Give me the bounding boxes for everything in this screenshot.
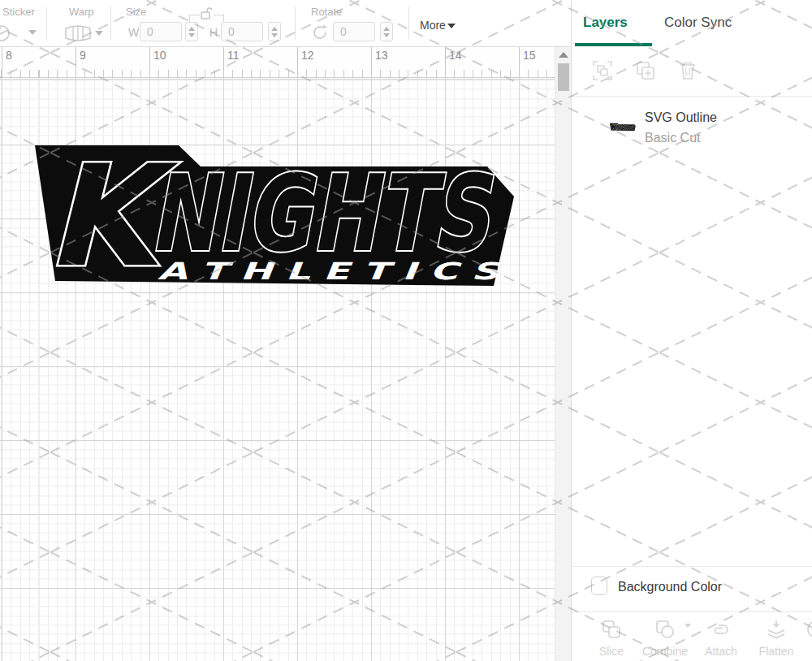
ruler-ticks: [0, 70, 555, 77]
toolbar-divider: [408, 6, 409, 41]
size-lock-bracket: [214, 15, 224, 22]
sticker-dropdown-caret-icon[interactable]: [28, 30, 37, 35]
layer-row-svg-outline[interactable]: K NIGHTS SVG Outline Basic Cut: [572, 107, 812, 153]
contour-icon-partial[interactable]: [806, 619, 812, 640]
lock-icon[interactable]: [200, 6, 213, 20]
height-axis-label: H: [209, 26, 218, 39]
combine-button[interactable]: Combine: [639, 612, 691, 658]
sticker-label: Sticker: [2, 6, 35, 18]
layer-cut-type: Basic Cut: [645, 131, 700, 145]
canvas-vertical-scrollbar[interactable]: [555, 47, 571, 661]
flatten-button[interactable]: Flatten: [750, 612, 802, 658]
toolbar-divider: [110, 6, 111, 41]
layer-name: SVG Outline: [645, 110, 717, 125]
rotate-label: Rotate: [311, 6, 342, 18]
horizontal-ruler: 8 9 10 11 12 13 14 15: [0, 47, 555, 78]
flatten-icon: [766, 619, 787, 640]
canvas-object-knights-logo[interactable]: K NIGHTS A T H L E T I C S: [34, 145, 517, 291]
more-button[interactable]: More: [420, 19, 446, 32]
attach-icon: [710, 619, 732, 640]
combine-icon: [654, 619, 676, 640]
offset-icon[interactable]: [0, 24, 11, 43]
scrollbar-thumb[interactable]: [558, 63, 569, 91]
layer-thumbnail: K NIGHTS: [610, 122, 636, 132]
combine-caret-icon[interactable]: [685, 624, 691, 628]
rotate-stepper[interactable]: [380, 22, 393, 41]
duplicate-icon[interactable]: [635, 60, 656, 81]
background-color-swatch[interactable]: [591, 577, 607, 595]
active-tab-underline: [575, 43, 652, 46]
width-axis-label: W: [128, 26, 139, 39]
rotate-icon[interactable]: [313, 24, 329, 41]
size-label: Size: [126, 6, 146, 18]
design-canvas[interactable]: K NIGHTS A T H L E T I C S: [0, 78, 555, 661]
design-app-window: Sticker Warp Size W H Rotate: [0, 0, 812, 661]
size-lock-bracket: [189, 15, 200, 22]
tab-color-sync[interactable]: Color Sync: [664, 15, 732, 31]
more-caret-icon[interactable]: [447, 24, 456, 28]
panel-divider: [572, 566, 812, 567]
warp-icon[interactable]: [64, 25, 92, 41]
slice-icon: [601, 619, 622, 640]
layer-tools-bar: Slice Combine Attach: [572, 611, 812, 661]
toolbar-divider: [295, 6, 296, 41]
tab-layers[interactable]: Layers: [583, 15, 628, 31]
trash-icon[interactable]: [677, 60, 698, 81]
svg-text:NIGHTS: NIGHTS: [616, 124, 635, 131]
warp-label: Warp: [69, 6, 94, 18]
scroll-up-arrow-icon[interactable]: [559, 52, 568, 58]
logo-word-athletics: A T H L E T I C S: [158, 257, 501, 285]
background-color-row[interactable]: Background Color: [572, 566, 812, 611]
width-stepper[interactable]: [185, 22, 198, 41]
background-color-label: Background Color: [618, 580, 722, 594]
warp-dropdown-caret-icon[interactable]: [95, 31, 103, 36]
group-icon[interactable]: [592, 60, 613, 81]
knights-logo-svg: K NIGHTS A T H L E T I C S: [34, 145, 517, 291]
height-input[interactable]: [221, 22, 263, 41]
layers-panel: Layers Color Sync K: [571, 0, 812, 661]
panel-divider: [572, 96, 812, 97]
height-stepper[interactable]: [268, 22, 281, 41]
slice-button[interactable]: Slice: [585, 612, 637, 658]
rotate-input[interactable]: [333, 22, 375, 41]
toolbar-divider: [46, 6, 47, 41]
attach-button[interactable]: Attach: [695, 612, 747, 658]
width-input[interactable]: [140, 22, 182, 41]
top-toolbar: Sticker Warp Size W H Rotate: [0, 0, 571, 47]
